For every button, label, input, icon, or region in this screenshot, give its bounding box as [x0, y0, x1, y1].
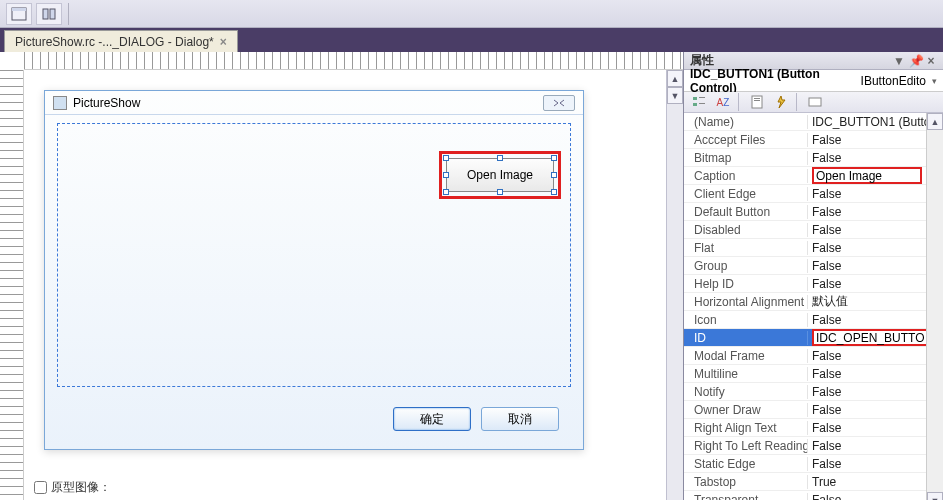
layout-tool-button[interactable] — [6, 3, 32, 25]
property-value[interactable]: False — [808, 187, 926, 201]
document-tab-bar: PictureShow.rc -..._DIALOG - Dialog* × — [0, 28, 943, 52]
property-row-static-edge[interactable]: Static EdgeFalse — [684, 455, 926, 473]
property-value[interactable]: 默认值 — [808, 293, 926, 310]
property-value[interactable]: False — [808, 385, 926, 399]
resize-handle-ne[interactable] — [551, 155, 557, 161]
property-row-disabled[interactable]: DisabledFalse — [684, 221, 926, 239]
selected-object-row[interactable]: IDC_BUTTON1 (Button Control) IButtonEdit… — [684, 70, 943, 92]
property-value[interactable]: False — [808, 205, 926, 219]
tool-button-2[interactable] — [36, 3, 62, 25]
ok-button[interactable]: 确定 — [393, 407, 471, 431]
property-row-multiline[interactable]: MultilineFalse — [684, 365, 926, 383]
property-row-tabstop[interactable]: TabstopTrue — [684, 473, 926, 491]
prop-scroll-up-icon[interactable]: ▲ — [927, 113, 943, 130]
svg-rect-8 — [752, 96, 762, 108]
property-row-right-to-left-reading[interactable]: Right To Left ReadingFalse — [684, 437, 926, 455]
object-dropdown-icon[interactable]: ▾ — [932, 76, 937, 86]
property-name: Help ID — [684, 277, 808, 291]
scroll-down-arrow-icon[interactable]: ▼ — [667, 87, 683, 104]
svg-rect-4 — [693, 97, 697, 100]
categorized-view-button[interactable] — [688, 92, 710, 112]
property-row-notify[interactable]: NotifyFalse — [684, 383, 926, 401]
caption-value-highlight[interactable]: Open Image — [812, 167, 922, 184]
resize-handle-e[interactable] — [551, 172, 557, 178]
property-row-modal-frame[interactable]: Modal FrameFalse — [684, 347, 926, 365]
dialog-close-button[interactable] — [543, 95, 575, 111]
property-name: Group — [684, 259, 808, 273]
property-value[interactable]: False — [808, 223, 926, 237]
property-value[interactable]: False — [808, 241, 926, 255]
property-value[interactable]: IDC_BUTTON1 (Butto — [808, 115, 926, 129]
property-row-horizontal-alignment[interactable]: Horizontal Alignment默认值 — [684, 293, 926, 311]
property-value[interactable]: False — [808, 439, 926, 453]
property-value[interactable]: False — [808, 277, 926, 291]
prototype-image-checkbox[interactable] — [34, 481, 47, 494]
property-row-caption[interactable]: CaptionOpen Image — [684, 167, 926, 185]
id-value-highlight[interactable]: IDC_OPEN_BUTTO▾ — [812, 329, 926, 346]
dialog-preview-frame[interactable]: PictureShow Open Image — [44, 90, 584, 450]
toolbar-sep-2 — [796, 93, 800, 111]
property-row-id[interactable]: IDIDC_OPEN_BUTTO▾ — [684, 329, 926, 347]
svg-rect-11 — [809, 98, 821, 106]
property-row-flat[interactable]: FlatFalse — [684, 239, 926, 257]
pin-icon[interactable]: 📌 — [909, 54, 921, 68]
property-row-group[interactable]: GroupFalse — [684, 257, 926, 275]
resize-handle-n[interactable] — [497, 155, 503, 161]
property-row-owner-draw[interactable]: Owner DrawFalse — [684, 401, 926, 419]
resize-handle-sw[interactable] — [443, 189, 449, 195]
property-value[interactable]: False — [808, 259, 926, 273]
alphabetical-view-button[interactable]: AZ — [712, 92, 734, 112]
open-image-button[interactable]: Open Image — [446, 158, 554, 192]
property-row-help-id[interactable]: Help IDFalse — [684, 275, 926, 293]
resize-handle-w[interactable] — [443, 172, 449, 178]
property-value[interactable]: False — [808, 133, 926, 147]
horizontal-ruler — [24, 52, 683, 70]
property-row-default-button[interactable]: Default ButtonFalse — [684, 203, 926, 221]
dialog-client-area[interactable]: Open Image — [57, 123, 571, 437]
events-button[interactable] — [770, 92, 792, 112]
property-row-client-edge[interactable]: Client EdgeFalse — [684, 185, 926, 203]
property-value[interactable]: False — [808, 421, 926, 435]
properties-page-button[interactable] — [746, 92, 768, 112]
svg-rect-3 — [50, 9, 55, 19]
property-value[interactable]: False — [808, 367, 926, 381]
scroll-up-arrow-icon[interactable]: ▲ — [667, 70, 683, 87]
prop-scroll-down-icon[interactable]: ▼ — [927, 492, 943, 500]
property-name: Tabstop — [684, 475, 808, 489]
property-value[interactable]: False — [808, 349, 926, 363]
panel-dropdown-icon[interactable]: ▼ — [893, 54, 905, 68]
property-row-icon[interactable]: IconFalse — [684, 311, 926, 329]
resize-handle-nw[interactable] — [443, 155, 449, 161]
properties-grid[interactable]: (Name)IDC_BUTTON1 (ButtoAcccept FilesFal… — [684, 113, 926, 500]
messages-button[interactable] — [804, 92, 826, 112]
design-canvas[interactable]: PictureShow Open Image — [24, 70, 666, 500]
property-row-transparent[interactable]: TransparentFalse — [684, 491, 926, 500]
property-row--name-[interactable]: (Name)IDC_BUTTON1 (Butto — [684, 113, 926, 131]
property-value[interactable]: IDC_OPEN_BUTTO▾ — [808, 329, 926, 346]
document-tab[interactable]: PictureShow.rc -..._DIALOG - Dialog* × — [4, 30, 238, 52]
resize-handle-s[interactable] — [497, 189, 503, 195]
svg-rect-5 — [693, 103, 697, 106]
property-value[interactable]: Open Image — [808, 167, 926, 184]
tab-close-button[interactable]: × — [220, 35, 227, 49]
designer-vertical-scrollbar[interactable]: ▲ ▼ — [666, 70, 683, 500]
main-toolbar — [0, 0, 943, 28]
property-value[interactable]: False — [808, 151, 926, 165]
panel-close-icon[interactable]: × — [925, 54, 937, 68]
property-name: Acccept Files — [684, 133, 808, 147]
properties-scrollbar[interactable]: ▲ ▼ — [926, 113, 943, 500]
property-row-right-align-text[interactable]: Right Align TextFalse — [684, 419, 926, 437]
property-value[interactable]: False — [808, 313, 926, 327]
property-value[interactable]: True — [808, 475, 926, 489]
property-name: Flat — [684, 241, 808, 255]
vertical-ruler — [0, 70, 24, 500]
resize-handle-se[interactable] — [551, 189, 557, 195]
property-value[interactable]: False — [808, 493, 926, 501]
tab-label: PictureShow.rc -..._DIALOG - Dialog* — [15, 35, 214, 49]
property-name: Client Edge — [684, 187, 808, 201]
cancel-button[interactable]: 取消 — [481, 407, 559, 431]
property-row-acccept-files[interactable]: Acccept FilesFalse — [684, 131, 926, 149]
property-value[interactable]: False — [808, 457, 926, 471]
property-value[interactable]: False — [808, 403, 926, 417]
property-row-bitmap[interactable]: BitmapFalse — [684, 149, 926, 167]
